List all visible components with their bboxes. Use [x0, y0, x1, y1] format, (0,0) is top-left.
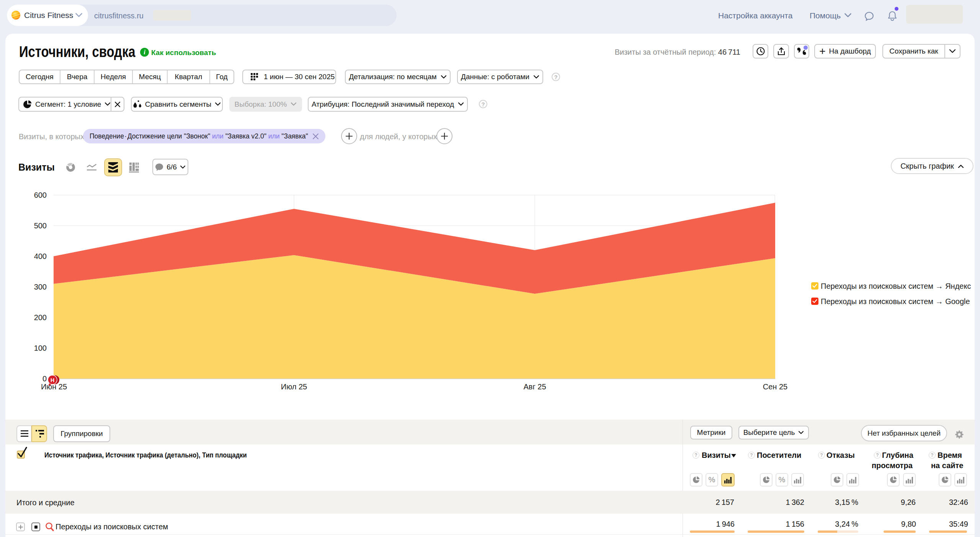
svg-text:Сен 25: Сен 25 — [763, 382, 787, 391]
svg-text:400: 400 — [34, 252, 47, 260]
svg-text:Авг 25: Авг 25 — [523, 382, 546, 391]
svg-text:500: 500 — [34, 221, 47, 230]
svg-text:300: 300 — [34, 283, 47, 291]
svg-text:Н: Н — [51, 377, 54, 383]
svg-text:100: 100 — [34, 344, 47, 352]
svg-text:600: 600 — [34, 191, 47, 199]
svg-text:200: 200 — [34, 313, 47, 322]
svg-text:0: 0 — [42, 374, 47, 383]
svg-text:Июл 25: Июл 25 — [281, 382, 307, 391]
